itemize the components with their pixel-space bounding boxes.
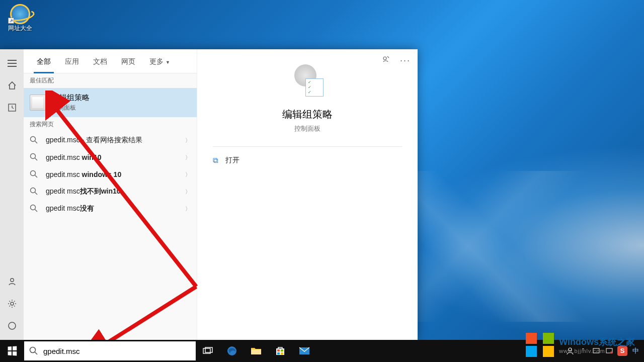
more-options-icon[interactable]: ··· [400,55,411,66]
people-icon[interactable] [564,340,577,362]
search-preview-pane: ··· 编辑组策略 控制面板 ⧉ 打开 [197,49,418,340]
web-result-item[interactable]: gpedit.msc - 查看网络搜索结果 〉 [24,132,197,149]
search-icon [30,153,39,162]
svg-rect-25 [593,348,599,353]
shortcut-overlay-icon: ↗ [8,18,14,24]
chevron-right-icon: 〉 [185,137,191,144]
svg-point-9 [383,57,386,60]
best-match-result[interactable]: 编辑组策略 控制面板 [24,88,197,117]
svg-point-8 [31,205,36,210]
start-search-panel: 全部 应用 文档 网页 更多▼ 最佳匹配 编辑组策略 控制面板 搜索网页 gpe… [0,49,418,340]
svg-rect-19 [277,349,280,351]
microsoft-store-icon[interactable] [268,340,292,362]
feedback-icon[interactable] [382,55,391,66]
svg-rect-21 [277,352,280,354]
task-view-icon[interactable] [196,340,220,362]
web-result-item[interactable]: gpedit msc没有 〉 [24,200,197,217]
settings-gear-icon[interactable] [4,296,20,312]
web-result-item[interactable]: gpedit msc找不到win10 〉 [24,183,197,200]
web-result-text: gpedit.msc - 查看网络搜索结果 [46,136,178,145]
search-icon [30,187,39,196]
search-results-column: 全部 应用 文档 网页 更多▼ 最佳匹配 编辑组策略 控制面板 搜索网页 gpe… [24,49,197,340]
sogou-ime-icon[interactable]: S [616,340,629,362]
control-panel-icon [30,95,46,111]
desktop-shortcut-label: 网址大全 [5,24,35,33]
ime-status-icon[interactable]: 中 [629,340,642,362]
svg-point-1 [10,279,13,282]
search-icon [29,346,38,355]
preview-subtitle: 控制面板 [294,124,320,133]
hamburger-icon[interactable] [4,55,20,71]
svg-rect-22 [281,352,283,354]
svg-point-13 [30,347,36,353]
web-result-text: gpedit msc没有 [46,204,178,213]
file-explorer-icon[interactable] [244,340,268,362]
best-match-subtitle: 控制面板 [52,104,90,112]
preview-app-icon [291,64,324,97]
tab-more[interactable]: 更多▼ [142,49,177,73]
divider [213,146,403,147]
timeline-icon[interactable] [4,100,20,116]
chevron-down-icon: ▼ [166,60,170,65]
search-input[interactable] [43,347,191,355]
web-result-item[interactable]: gpedit.msc win10 〉 [24,149,197,166]
mail-icon[interactable] [292,340,316,362]
web-results-header: 搜索网页 [24,117,197,132]
tab-all[interactable]: 全部 [30,49,58,73]
svg-point-24 [569,348,572,351]
svg-point-5 [31,154,36,159]
svg-point-7 [31,188,36,193]
svg-rect-20 [281,349,283,351]
edge-icon[interactable] [220,340,244,362]
web-result-item[interactable]: gpedit.msc windows 10 〉 [24,166,197,183]
search-icon [30,170,39,179]
web-result-text: gpedit msc找不到win10 [46,187,178,196]
best-match-header: 最佳匹配 [24,73,197,88]
search-icon [30,136,39,145]
open-icon: ⧉ [213,156,218,165]
account-icon[interactable] [4,274,20,290]
chevron-right-icon: 〉 [185,171,191,178]
svg-point-3 [9,322,16,329]
best-match-title: 编辑组策略 [52,93,90,103]
tray-app-icon[interactable] [603,340,616,362]
system-tray: ˆ S 中 [564,340,644,362]
chevron-right-icon: 〉 [185,188,191,196]
web-result-text: gpedit.msc win10 [46,153,178,161]
taskbar-search-box[interactable] [24,341,196,360]
tray-app-icon[interactable] [590,340,603,362]
desktop-shortcut-ie[interactable]: ↗ 网址大全 [5,4,35,33]
web-result-text: gpedit.msc windows 10 [46,170,178,178]
svg-point-27 [610,351,612,353]
tray-chevron-up-icon[interactable]: ˆ [577,340,590,362]
tab-documents[interactable]: 文档 [86,49,114,73]
svg-rect-17 [251,349,261,354]
tab-web[interactable]: 网页 [114,49,142,73]
taskbar: ˆ S 中 [0,340,644,362]
search-left-rail [0,49,24,340]
svg-point-4 [31,137,36,142]
svg-point-6 [31,171,36,176]
search-tabs: 全部 应用 文档 网页 更多▼ [24,49,197,73]
preview-title: 编辑组策略 [282,108,333,121]
preview-open-label: 打开 [225,156,239,165]
chevron-right-icon: 〉 [185,154,191,161]
svg-point-2 [11,302,14,305]
cortana-icon[interactable] [4,318,20,334]
tab-apps[interactable]: 应用 [58,49,86,73]
preview-open-action[interactable]: ⧉ 打开 [213,156,403,165]
chevron-right-icon: 〉 [185,205,191,213]
search-icon [30,204,39,213]
taskbar-pinned-apps [196,340,316,362]
windows-logo-icon [8,346,17,356]
home-icon[interactable] [4,77,20,94]
start-button[interactable] [0,340,24,362]
